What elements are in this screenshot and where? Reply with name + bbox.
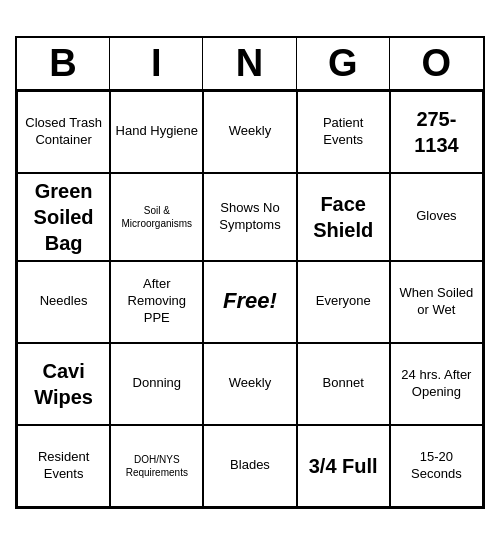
bingo-cell-6: Soil & Microorganisms <box>110 173 203 261</box>
bingo-letter-o: O <box>390 38 483 89</box>
bingo-cell-12: Free! <box>203 261 296 343</box>
bingo-cell-20: Resident Events <box>17 425 110 507</box>
bingo-cell-4: 275-1134 <box>390 91 483 173</box>
bingo-letter-n: N <box>203 38 296 89</box>
bingo-cell-9: Gloves <box>390 173 483 261</box>
bingo-letter-g: G <box>297 38 390 89</box>
bingo-cell-8: Face Shield <box>297 173 390 261</box>
bingo-letter-i: I <box>110 38 203 89</box>
bingo-cell-24: 15-20 Seconds <box>390 425 483 507</box>
bingo-cell-13: Everyone <box>297 261 390 343</box>
bingo-cell-21: DOH/NYS Requirements <box>110 425 203 507</box>
bingo-cell-23: 3/4 Full <box>297 425 390 507</box>
bingo-cell-22: Blades <box>203 425 296 507</box>
bingo-cell-3: Patient Events <box>297 91 390 173</box>
bingo-cell-1: Hand Hygiene <box>110 91 203 173</box>
bingo-grid: Closed Trash ContainerHand HygieneWeekly… <box>17 91 483 507</box>
bingo-card: BINGO Closed Trash ContainerHand Hygiene… <box>15 36 485 509</box>
bingo-cell-10: Needles <box>17 261 110 343</box>
bingo-cell-19: 24 hrs. After Opening <box>390 343 483 425</box>
bingo-cell-11: After Removing PPE <box>110 261 203 343</box>
bingo-cell-5: Green Soiled Bag <box>17 173 110 261</box>
bingo-cell-0: Closed Trash Container <box>17 91 110 173</box>
bingo-cell-7: Shows No Symptoms <box>203 173 296 261</box>
bingo-cell-17: Weekly <box>203 343 296 425</box>
bingo-cell-16: Donning <box>110 343 203 425</box>
bingo-letter-b: B <box>17 38 110 89</box>
bingo-cell-14: When Soiled or Wet <box>390 261 483 343</box>
bingo-cell-15: Cavi Wipes <box>17 343 110 425</box>
bingo-cell-2: Weekly <box>203 91 296 173</box>
bingo-cell-18: Bonnet <box>297 343 390 425</box>
bingo-header: BINGO <box>17 38 483 91</box>
